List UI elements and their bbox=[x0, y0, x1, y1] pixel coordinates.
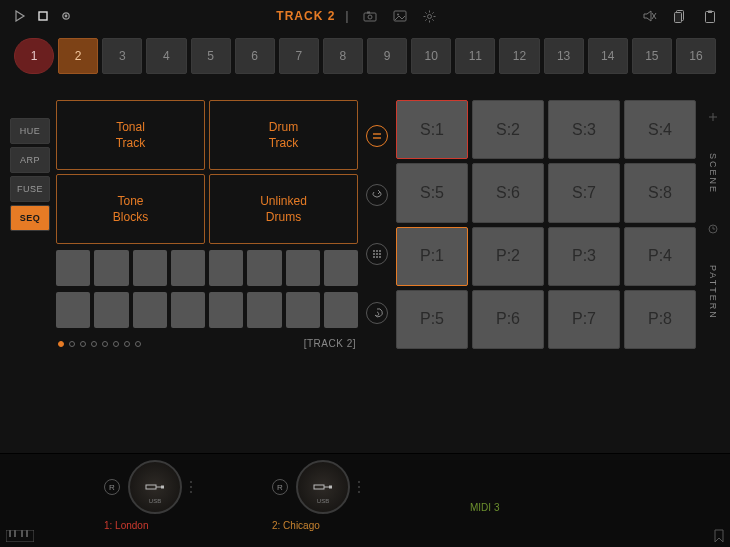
pattern-pad-5[interactable]: P:5 bbox=[396, 290, 468, 349]
more-icon[interactable] bbox=[358, 481, 360, 493]
mini-pad[interactable] bbox=[209, 250, 243, 286]
svg-line-16 bbox=[432, 12, 433, 13]
pattern-pad-4[interactable]: P:4 bbox=[624, 227, 696, 286]
page-dot[interactable] bbox=[102, 341, 108, 347]
step-6[interactable]: 6 bbox=[235, 38, 275, 74]
step-13[interactable]: 13 bbox=[544, 38, 584, 74]
main-body: HUEARPFUSESEQ TonalTrackDrumTrackToneBlo… bbox=[0, 80, 730, 359]
mode-hue[interactable]: HUE bbox=[10, 118, 50, 144]
device-knob[interactable] bbox=[128, 460, 182, 514]
page-dot[interactable] bbox=[91, 341, 97, 347]
pattern-pad-7[interactable]: P:7 bbox=[548, 290, 620, 349]
page-dot[interactable] bbox=[58, 341, 64, 347]
mini-pad[interactable] bbox=[94, 292, 128, 328]
step-15[interactable]: 15 bbox=[632, 38, 672, 74]
grid-icon[interactable] bbox=[366, 243, 388, 265]
more-icon[interactable] bbox=[190, 481, 192, 493]
mini-pad[interactable] bbox=[94, 250, 128, 286]
scene-pad-1[interactable]: S:1 bbox=[396, 100, 468, 159]
mini-pad[interactable] bbox=[324, 292, 358, 328]
scene-pad-5[interactable]: S:5 bbox=[396, 163, 468, 222]
mode-arp[interactable]: ARP bbox=[10, 147, 50, 173]
record-icon[interactable] bbox=[56, 6, 76, 26]
mode-seq[interactable]: SEQ bbox=[10, 205, 50, 231]
step-4[interactable]: 4 bbox=[146, 38, 186, 74]
pattern-pad-1[interactable]: P:1 bbox=[396, 227, 468, 286]
device-knob[interactable] bbox=[296, 460, 350, 514]
page-dot[interactable] bbox=[80, 341, 86, 347]
copy-icon[interactable] bbox=[670, 6, 690, 26]
svg-rect-49 bbox=[26, 530, 28, 537]
mini-pad[interactable] bbox=[171, 292, 205, 328]
step-9[interactable]: 9 bbox=[367, 38, 407, 74]
mini-pad[interactable] bbox=[133, 292, 167, 328]
scene-pad-2[interactable]: S:2 bbox=[472, 100, 544, 159]
track-type-grid: TonalTrackDrumTrackToneBlocksUnlinkedDru… bbox=[56, 100, 358, 244]
image-icon[interactable] bbox=[390, 6, 410, 26]
gear-icon[interactable] bbox=[420, 6, 440, 26]
mini-pad[interactable] bbox=[286, 292, 320, 328]
mini-pad[interactable] bbox=[286, 250, 320, 286]
step-1[interactable]: 1 bbox=[14, 38, 54, 74]
record-arm-icon[interactable]: R bbox=[272, 479, 288, 495]
mini-pad[interactable] bbox=[56, 250, 90, 286]
step-11[interactable]: 11 bbox=[455, 38, 495, 74]
scene-pad-6[interactable]: S:6 bbox=[472, 163, 544, 222]
pattern-pad-3[interactable]: P:3 bbox=[548, 227, 620, 286]
pattern-pad-8[interactable]: P:8 bbox=[624, 290, 696, 349]
mini-pad[interactable] bbox=[171, 250, 205, 286]
track-type-drum-track[interactable]: DrumTrack bbox=[209, 100, 358, 170]
svg-rect-21 bbox=[706, 11, 715, 22]
scene-pad-7[interactable]: S:7 bbox=[548, 163, 620, 222]
page-dots[interactable] bbox=[58, 341, 141, 347]
record-arm-icon[interactable]: R bbox=[104, 479, 120, 495]
scene-pad-8[interactable]: S:8 bbox=[624, 163, 696, 222]
bookmark-icon[interactable] bbox=[714, 529, 724, 545]
step-3[interactable]: 3 bbox=[102, 38, 142, 74]
page-dot[interactable] bbox=[69, 341, 75, 347]
mini-pad[interactable] bbox=[133, 250, 167, 286]
scene-assign-icon[interactable] bbox=[366, 125, 388, 147]
track-type-line2: Blocks bbox=[113, 210, 148, 224]
clock-icon[interactable] bbox=[708, 224, 718, 236]
step-7[interactable]: 7 bbox=[279, 38, 319, 74]
title-separator: | bbox=[345, 9, 349, 23]
track-type-tone-blocks[interactable]: ToneBlocks bbox=[56, 174, 205, 244]
mini-pad[interactable] bbox=[209, 292, 243, 328]
keyboard-icon[interactable] bbox=[6, 530, 34, 544]
track-type-unlinked-drums[interactable]: UnlinkedDrums bbox=[209, 174, 358, 244]
step-14[interactable]: 14 bbox=[588, 38, 628, 74]
step-5[interactable]: 5 bbox=[191, 38, 231, 74]
step-12[interactable]: 12 bbox=[499, 38, 539, 74]
page-dot[interactable] bbox=[113, 341, 119, 347]
step-8[interactable]: 8 bbox=[323, 38, 363, 74]
pattern-pad-6[interactable]: P:6 bbox=[472, 290, 544, 349]
mini-pad[interactable] bbox=[247, 292, 281, 328]
svg-point-7 bbox=[397, 14, 399, 16]
step-2[interactable]: 2 bbox=[58, 38, 98, 74]
swirl-icon[interactable] bbox=[366, 302, 388, 324]
track-type-tonal-track[interactable]: TonalTrack bbox=[56, 100, 205, 170]
track-title[interactable]: TRACK 2 bbox=[276, 9, 335, 23]
step-16[interactable]: 16 bbox=[676, 38, 716, 74]
page-dot[interactable] bbox=[135, 341, 141, 347]
mode-fuse[interactable]: FUSE bbox=[10, 176, 50, 202]
svg-rect-46 bbox=[9, 530, 11, 537]
mini-pad[interactable] bbox=[324, 250, 358, 286]
svg-rect-22 bbox=[708, 10, 712, 13]
stop-icon[interactable] bbox=[33, 6, 53, 26]
pattern-pad-2[interactable]: P:2 bbox=[472, 227, 544, 286]
step-10[interactable]: 10 bbox=[411, 38, 451, 74]
play-icon[interactable] bbox=[10, 6, 30, 26]
track-type-line2: Drums bbox=[266, 210, 301, 224]
scene-pad-3[interactable]: S:3 bbox=[548, 100, 620, 159]
plus-icon[interactable] bbox=[708, 112, 718, 124]
paste-icon[interactable] bbox=[700, 6, 720, 26]
camera-icon[interactable] bbox=[360, 6, 380, 26]
loop-icon[interactable] bbox=[366, 184, 388, 206]
mini-pad[interactable] bbox=[247, 250, 281, 286]
scene-pad-4[interactable]: S:4 bbox=[624, 100, 696, 159]
mini-pad[interactable] bbox=[56, 292, 90, 328]
mute-icon[interactable] bbox=[640, 6, 660, 26]
page-dot[interactable] bbox=[124, 341, 130, 347]
